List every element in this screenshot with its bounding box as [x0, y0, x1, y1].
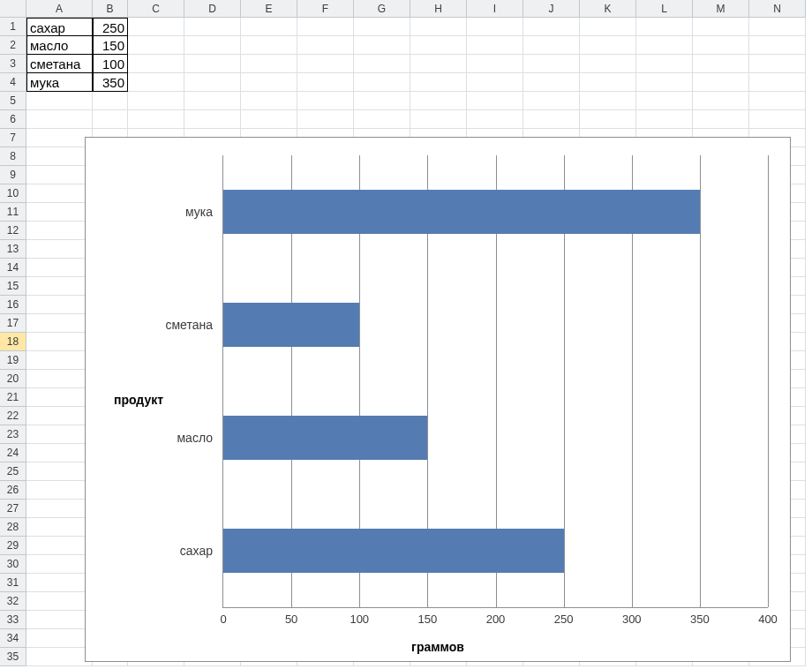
cell-G2[interactable]: [354, 36, 410, 55]
cell-J1[interactable]: [523, 18, 580, 36]
column-header-I[interactable]: I: [467, 0, 523, 18]
column-header-A[interactable]: A: [26, 0, 93, 18]
cell-D4[interactable]: [184, 73, 241, 92]
cell-M1[interactable]: [693, 18, 749, 36]
column-header-D[interactable]: D: [184, 0, 241, 18]
chart-bar[interactable]: [223, 529, 564, 573]
cell-I2[interactable]: [467, 36, 523, 55]
row-header-18[interactable]: 18: [0, 333, 26, 351]
row-header-32[interactable]: 32: [0, 592, 26, 611]
row-header-24[interactable]: 24: [0, 444, 26, 462]
cell-N2[interactable]: [749, 36, 806, 55]
row-header-27[interactable]: 27: [0, 500, 26, 518]
cell-N4[interactable]: [749, 73, 806, 92]
row-header-22[interactable]: 22: [0, 407, 26, 425]
cell-C1[interactable]: [128, 18, 184, 36]
row-header-19[interactable]: 19: [0, 351, 26, 370]
cell-H5[interactable]: [410, 92, 467, 110]
cell-J6[interactable]: [523, 110, 580, 129]
row-header-13[interactable]: 13: [0, 240, 26, 259]
cell-M6[interactable]: [693, 110, 749, 129]
cell-G3[interactable]: [354, 55, 410, 73]
column-header-B[interactable]: B: [93, 0, 128, 18]
row-header-8[interactable]: 8: [0, 147, 26, 166]
cell-A12[interactable]: [26, 222, 93, 240]
cell-A7[interactable]: [26, 129, 93, 147]
cell-E6[interactable]: [241, 110, 297, 129]
chart-object[interactable]: продукт 050100150200250300350400сахармас…: [85, 137, 791, 662]
select-all-corner[interactable]: [0, 0, 26, 18]
cell-E2[interactable]: [241, 36, 297, 55]
cell-A25[interactable]: [26, 462, 93, 481]
cell-A26[interactable]: [26, 481, 93, 500]
cell-I5[interactable]: [467, 92, 523, 110]
cell-A6[interactable]: [26, 110, 93, 129]
cell-J2[interactable]: [523, 36, 580, 55]
cell-H1[interactable]: [410, 18, 467, 36]
cell-K4[interactable]: [580, 73, 636, 92]
row-header-10[interactable]: 10: [0, 184, 26, 203]
row-header-17[interactable]: 17: [0, 314, 26, 333]
row-header-35[interactable]: 35: [0, 648, 26, 666]
cell-I6[interactable]: [467, 110, 523, 129]
row-header-2[interactable]: 2: [0, 36, 26, 55]
cell-M4[interactable]: [693, 73, 749, 92]
cell-N3[interactable]: [749, 55, 806, 73]
cell-G4[interactable]: [354, 73, 410, 92]
cell-K1[interactable]: [580, 18, 636, 36]
cell-A10[interactable]: [26, 184, 93, 203]
row-header-12[interactable]: 12: [0, 222, 26, 240]
cell-A5[interactable]: [26, 92, 93, 110]
row-header-33[interactable]: 33: [0, 611, 26, 629]
row-header-20[interactable]: 20: [0, 370, 26, 388]
cell-K3[interactable]: [580, 55, 636, 73]
cell-D2[interactable]: [184, 36, 241, 55]
row-header-1[interactable]: 1: [0, 18, 26, 36]
cell-M3[interactable]: [693, 55, 749, 73]
cell-A31[interactable]: [26, 574, 93, 592]
cell-E1[interactable]: [241, 18, 297, 36]
cell-E5[interactable]: [241, 92, 297, 110]
column-header-F[interactable]: F: [297, 0, 354, 18]
cell-G5[interactable]: [354, 92, 410, 110]
column-header-G[interactable]: G: [354, 0, 410, 18]
cell-D1[interactable]: [184, 18, 241, 36]
cell-A16[interactable]: [26, 296, 93, 314]
cell-H2[interactable]: [410, 36, 467, 55]
cell-I3[interactable]: [467, 55, 523, 73]
cell-I4[interactable]: [467, 73, 523, 92]
cell-I1[interactable]: [467, 18, 523, 36]
cell-A28[interactable]: [26, 518, 93, 537]
cell-M5[interactable]: [693, 92, 749, 110]
cell-A21[interactable]: [26, 388, 93, 407]
cell-L4[interactable]: [636, 73, 693, 92]
cell-F3[interactable]: [297, 55, 354, 73]
cell-N5[interactable]: [749, 92, 806, 110]
cell-B1[interactable]: 250: [93, 18, 128, 36]
chart-bar[interactable]: [223, 190, 700, 234]
cell-C2[interactable]: [128, 36, 184, 55]
row-header-3[interactable]: 3: [0, 55, 26, 73]
cell-J5[interactable]: [523, 92, 580, 110]
cell-A8[interactable]: [26, 147, 93, 166]
column-header-C[interactable]: C: [128, 0, 184, 18]
chart-bar[interactable]: [223, 303, 359, 347]
cell-B4[interactable]: 350: [93, 73, 128, 92]
cell-H4[interactable]: [410, 73, 467, 92]
column-header-M[interactable]: M: [693, 0, 749, 18]
cell-F1[interactable]: [297, 18, 354, 36]
cell-A3[interactable]: сметана: [26, 55, 93, 73]
cell-D3[interactable]: [184, 55, 241, 73]
cell-A20[interactable]: [26, 370, 93, 388]
cell-H6[interactable]: [410, 110, 467, 129]
cell-A27[interactable]: [26, 500, 93, 518]
cell-G1[interactable]: [354, 18, 410, 36]
cell-A15[interactable]: [26, 277, 93, 296]
cell-E3[interactable]: [241, 55, 297, 73]
cell-L5[interactable]: [636, 92, 693, 110]
cell-K5[interactable]: [580, 92, 636, 110]
row-header-23[interactable]: 23: [0, 425, 26, 444]
cell-E4[interactable]: [241, 73, 297, 92]
column-header-N[interactable]: N: [749, 0, 806, 18]
column-header-L[interactable]: L: [636, 0, 693, 18]
